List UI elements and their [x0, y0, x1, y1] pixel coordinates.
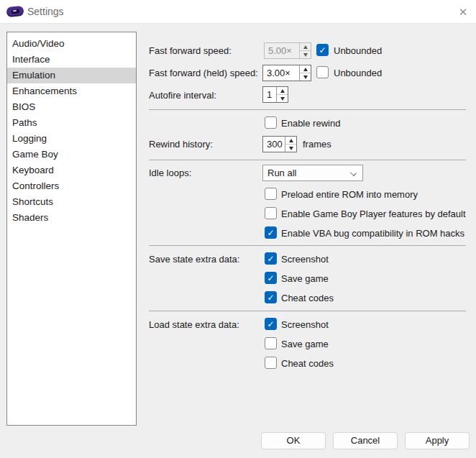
gb-player-checkbox[interactable] — [265, 207, 277, 219]
fast-forward-speed-value: 5.00× — [265, 43, 299, 58]
save-state-save-game-checkbox[interactable] — [265, 272, 277, 284]
fast-forward-speed-spinbox: 5.00× — [264, 42, 311, 59]
spin-down-icon — [300, 50, 311, 58]
sidebar-item-controllers[interactable]: Controllers — [7, 178, 136, 194]
settings-category-list: Audio/Video Interface Emulation Enhancem… — [6, 32, 137, 426]
separator — [149, 311, 466, 311]
apply-button[interactable]: Apply — [405, 432, 470, 449]
enable-rewind-label: Enable rewind — [281, 118, 340, 129]
spin-down-icon[interactable] — [300, 73, 311, 81]
autofire-interval-spinbox[interactable]: 1 — [262, 86, 288, 103]
vba-bug-checkbox[interactable] — [265, 226, 277, 239]
idle-loops-dropdown[interactable]: Run all — [262, 165, 363, 181]
ok-button[interactable]: OK — [261, 432, 326, 449]
sidebar-item-enhancements[interactable]: Enhancements — [7, 83, 136, 99]
spin-down-icon[interactable] — [277, 94, 288, 102]
preload-rom-checkbox[interactable] — [265, 188, 277, 200]
preload-rom-label: Preload entire ROM into memory — [281, 189, 418, 200]
settings-dialog: Settings ✕ Audio/Video Interface Emulati… — [0, 0, 476, 458]
sidebar-item-paths[interactable]: Paths — [7, 115, 136, 131]
spinner-arrows[interactable] — [285, 137, 296, 152]
sidebar-item-shaders[interactable]: Shaders — [7, 210, 136, 226]
chevron-down-icon — [350, 170, 357, 176]
titlebar: Settings ✕ — [0, 0, 476, 24]
separator — [149, 109, 466, 110]
load-state-label: Load state extra data: — [149, 319, 239, 330]
enable-rewind-checkbox[interactable] — [265, 116, 277, 129]
close-icon[interactable]: ✕ — [453, 3, 473, 20]
save-state-save-game-label: Save game — [281, 273, 329, 284]
save-state-screenshot-checkbox[interactable] — [265, 252, 277, 265]
autofire-interval-label: Autofire interval: — [149, 90, 216, 101]
save-state-screenshot-label: Screenshot — [281, 254, 329, 265]
rewind-history-label: Rewind history: — [149, 139, 213, 150]
sidebar-item-interface[interactable]: Interface — [7, 52, 136, 68]
sidebar-item-logging[interactable]: Logging — [7, 131, 136, 147]
unbounded-label-1: Unbounded — [334, 45, 382, 56]
spin-up-icon[interactable] — [300, 65, 311, 73]
spin-down-icon[interactable] — [285, 144, 296, 152]
spin-up-icon — [300, 43, 311, 50]
unbounded-checkbox-1[interactable] — [316, 44, 329, 56]
fast-forward-speed-label: Fast forward speed: — [149, 45, 232, 56]
load-state-screenshot-checkbox[interactable] — [265, 318, 277, 330]
sidebar-item-shortcuts[interactable]: Shortcuts — [7, 194, 136, 210]
sidebar-item-audio-video[interactable]: Audio/Video — [7, 36, 136, 52]
spinner-arrows[interactable] — [276, 87, 288, 102]
load-state-save-game-checkbox[interactable] — [265, 337, 277, 349]
save-state-cheat-codes-checkbox[interactable] — [265, 291, 277, 303]
load-state-save-game-label: Save game — [281, 339, 329, 349]
sidebar-item-emulation[interactable]: Emulation — [7, 68, 136, 83]
rewind-history-value: 300 — [263, 137, 285, 152]
load-state-cheat-codes-label: Cheat codes — [281, 358, 334, 369]
separator — [149, 245, 466, 246]
spinner-arrows — [299, 43, 311, 58]
unbounded-label-2: Unbounded — [334, 68, 382, 78]
unbounded-checkbox-2[interactable] — [316, 66, 329, 78]
separator — [149, 160, 466, 160]
fast-forward-held-speed-value: 3.00× — [263, 65, 299, 81]
autofire-interval-value: 1 — [263, 87, 276, 102]
load-state-screenshot-label: Screenshot — [281, 319, 329, 330]
fast-forward-held-speed-spinbox[interactable]: 3.00× — [262, 65, 311, 81]
save-state-label: Save state extra data: — [149, 254, 239, 265]
sidebar-item-keyboard[interactable]: Keyboard — [7, 162, 136, 178]
idle-loops-label: Idle loops: — [149, 168, 191, 178]
rewind-history-suffix: frames — [303, 139, 331, 150]
load-state-cheat-codes-checkbox[interactable] — [265, 357, 277, 369]
fast-forward-held-speed-label: Fast forward (held) speed: — [149, 68, 258, 78]
spin-up-icon[interactable] — [277, 87, 288, 94]
window-title: Settings — [27, 6, 64, 17]
sidebar-item-game-boy[interactable]: Game Boy — [7, 147, 136, 162]
vba-bug-label: Enable VBA bug compatibility in ROM hack… — [281, 228, 464, 239]
rewind-history-spinbox[interactable]: 300 — [262, 136, 297, 152]
sidebar-item-bios[interactable]: BIOS — [7, 99, 136, 115]
cancel-button[interactable]: Cancel — [333, 432, 398, 449]
gb-player-label: Enable Game Boy Player features by defau… — [281, 209, 466, 219]
save-state-cheat-codes-label: Cheat codes — [281, 293, 334, 303]
spin-up-icon[interactable] — [285, 137, 296, 144]
spinner-arrows[interactable] — [299, 65, 311, 81]
mgba-app-icon — [6, 6, 24, 18]
idle-loops-selected-value: Run all — [267, 168, 296, 178]
